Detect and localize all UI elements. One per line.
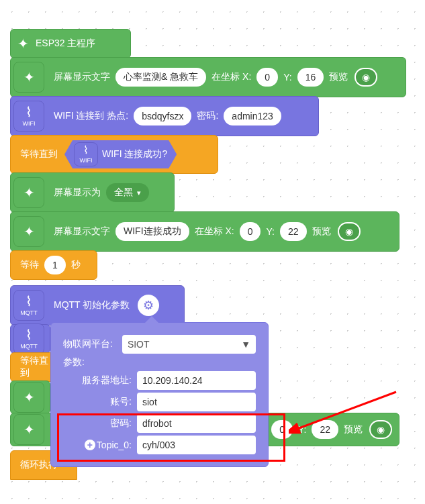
wifi-icon-nub: ⌇ WIFI	[13, 101, 44, 132]
preview-eye-1[interactable]: ◉	[355, 68, 377, 87]
coord-x-input-3[interactable]: 0	[271, 420, 293, 439]
preview-eye-2[interactable]: ◉	[338, 222, 361, 241]
topic-input[interactable]: cyh/003	[137, 436, 256, 454]
display-fill-block[interactable]: ✦ 屏幕显示为 全黑	[10, 172, 175, 213]
password-input[interactable]: dfrobot	[137, 414, 256, 433]
coord-y-label: Y:	[283, 72, 291, 83]
display-text-label: 屏幕显示文字	[54, 71, 110, 83]
display-icon-3: ✦	[13, 216, 44, 247]
wifi-connected-hex[interactable]: ⌇ WIFI WIFI 连接成功?	[64, 140, 177, 168]
mqtt-config-popup: 物联网平台: SIOT ▼ 参数: 服务器地址: 10.209.140.24 账…	[50, 322, 269, 467]
wifi-pwd-input[interactable]: admin123	[224, 107, 281, 125]
mqtt-init-block[interactable]: ⌇ MQTT MQTT 初始化参数 ⚙	[10, 285, 185, 325]
coord-y-input-1[interactable]: 16	[297, 68, 324, 87]
coord-x-label: 在坐标 X:	[211, 71, 251, 83]
display-as-label: 屏幕显示为	[54, 187, 101, 199]
program-icon: ✦	[17, 37, 29, 50]
coord-y-input-3[interactable]: 22	[312, 420, 338, 439]
eye-icon: ◉	[345, 226, 353, 237]
display-icon-2: ✦	[13, 177, 44, 208]
chevron-down-icon: ▼	[241, 339, 250, 350]
mqtt-icon-nub: ⌇ MQTT	[13, 290, 44, 321]
wifi-ssid-input[interactable]: bsdqyfszx	[134, 107, 191, 125]
platform-select[interactable]: SIOT ▼	[122, 335, 256, 354]
server-input[interactable]: 10.209.140.24	[137, 371, 256, 390]
platform-label: 物联网平台:	[63, 338, 118, 350]
mqtt-init-label: MQTT 初始化参数	[54, 299, 130, 311]
display-text-block-2[interactable]: ✦ 屏幕显示文字 WIFI连接成功 在坐标 X: 0 Y: 22 预览 ◉	[10, 211, 399, 252]
display-text-value-2[interactable]: WIFI连接成功	[115, 222, 189, 241]
display-text-block-1[interactable]: ✦ 屏幕显示文字 心率监测& 急救车 在坐标 X: 0 Y: 16 预览 ◉	[10, 57, 406, 97]
display-text-value-1[interactable]: 心率监测& 急救车	[115, 68, 206, 87]
wifi-connect-block[interactable]: ⌇ WIFI WIFI 连接到 热点: bsdqyfszx 密码: admin1…	[10, 96, 319, 136]
wait-until-label: 等待直到	[20, 148, 58, 160]
coord-y-input-2[interactable]: 22	[280, 222, 307, 241]
params-label: 参数:	[63, 356, 85, 368]
server-label: 服务器地址:	[63, 374, 137, 387]
preview-eye-3[interactable]: ◉	[369, 420, 392, 439]
topic-label: + Topic_0:	[63, 440, 137, 450]
wait-until-block[interactable]: 等待直到 ⌇ WIFI WIFI 连接成功?	[10, 135, 218, 174]
preview-label: 预览	[329, 71, 348, 83]
wifi-icon-nub-2: ⌇ WIFI	[74, 142, 98, 166]
wait-value[interactable]: 1	[44, 256, 66, 274]
plus-icon[interactable]: +	[85, 440, 95, 450]
account-input[interactable]: siot	[137, 393, 256, 411]
account-label: 账号:	[63, 396, 137, 408]
wifi-pwd-label: 密码:	[197, 110, 218, 122]
gear-icon[interactable]: ⚙	[138, 295, 159, 316]
mqtt-icon: ⌇	[26, 295, 32, 308]
main-program-label: ESP32 主程序	[36, 38, 95, 50]
eye-icon: ◉	[377, 424, 385, 435]
mqtt-block-2[interactable]: ⌇ MQTT	[10, 324, 50, 354]
wait-sec-label: 秒	[71, 259, 81, 271]
password-label: 密码:	[63, 417, 137, 430]
wifi-icon: ⌇	[26, 105, 32, 119]
main-program-block[interactable]: ✦ ESP32 主程序	[10, 29, 131, 58]
display-icon: ✦	[13, 62, 44, 93]
mqtt-icon-nub-2: ⌇ MQTT	[13, 323, 44, 354]
display-text-label-2: 屏幕显示文字	[54, 225, 110, 238]
wait-label: 等待	[20, 259, 39, 271]
wifi-connect-label: WIFI 连接到 热点:	[54, 110, 128, 122]
wifi-connected-label: WIFI 连接成功?	[102, 148, 167, 160]
coord-x-input-2[interactable]: 0	[240, 222, 261, 241]
display-fill-dropdown[interactable]: 全黑	[106, 183, 149, 202]
display-block-stub-1[interactable]: ✦	[10, 381, 50, 414]
eye-icon: ◉	[362, 72, 370, 83]
coord-x-input-1[interactable]: 0	[256, 68, 278, 87]
wait-block[interactable]: 等待 1 秒	[10, 250, 97, 280]
